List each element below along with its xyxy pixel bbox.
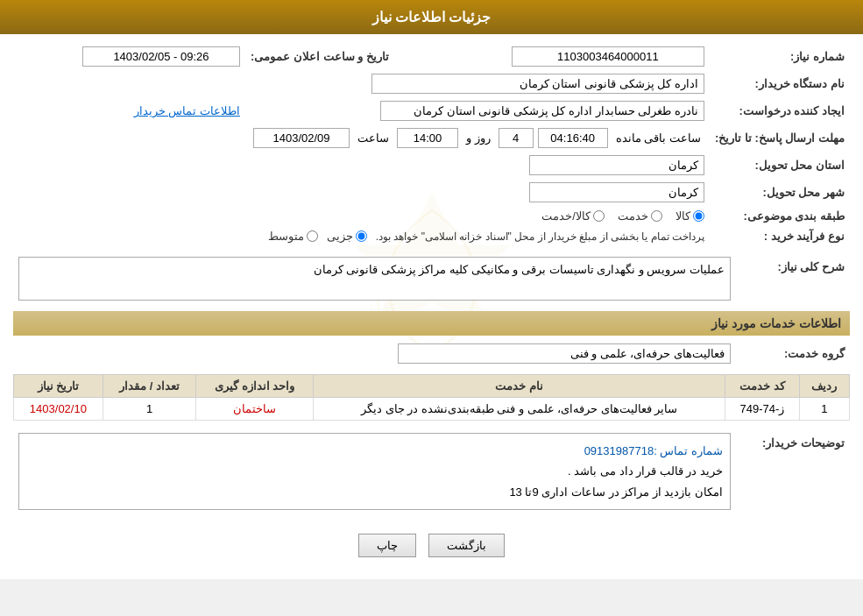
- jezyi-label: جزیی: [327, 230, 353, 243]
- kala-radio[interactable]: [693, 210, 704, 222]
- services-table: ردیف کد خدمت نام خدمت واحد اندازه گیری ت…: [13, 374, 850, 421]
- rooz-label: روز و: [466, 131, 491, 145]
- mohlat-label: مهلت ارسال پاسخ: تا تاریخ:: [710, 124, 850, 152]
- sharh-koli-section: شرح کلی نیاز: عملیات سرویس و نگهداری تاس…: [13, 253, 850, 304]
- ijad-konande-value: نادره طغرلی حسابدار اداره کل پزشکی قانون…: [245, 97, 710, 124]
- col-vahed: واحد اندازه گیری: [196, 375, 314, 398]
- grooh-khedmat-section: گروه خدمت: فعالیت‌های حرفه‌ای، علمی و فن…: [13, 340, 850, 367]
- motavasset-label: متوسط: [268, 230, 304, 243]
- farayand-notice: پرداخت تمام یا بخشی از مبلغ خریدار از مح…: [376, 230, 704, 243]
- jezyi-radio[interactable]: [356, 230, 367, 242]
- col-radif: ردیف: [799, 375, 849, 398]
- ostan-tahvil-label: استان محل تحویل:: [710, 152, 850, 179]
- jezyi-radio-item: جزیی: [327, 230, 367, 243]
- tawzihat-line3: امکان بازدید از مراکز در ساعات اداری 9تا…: [26, 482, 723, 502]
- tawzihat-line1: شماره تماس :09131987718: [26, 441, 723, 461]
- khedmat-radio-item: خدمت: [618, 209, 662, 223]
- back-button[interactable]: بازگشت: [428, 534, 505, 557]
- nam-dastgah-label: نام دستگاه خریدار:: [710, 70, 850, 97]
- announcement-date-value: 09:26 - 1403/02/05: [13, 43, 245, 70]
- kala-khedmat-radio[interactable]: [593, 210, 605, 222]
- table-row: 1ز-74-749سایر فعالیت‌های حرفه‌ای، علمی و…: [14, 398, 850, 421]
- shomara-niaz-input: 1103003464000011: [512, 46, 704, 67]
- kala-label: کالا: [676, 209, 690, 223]
- ettelaat-tamas-link[interactable]: اطلاعات تماس خریدار: [134, 104, 240, 117]
- ostan-tahvil-value: کرمان: [529, 155, 704, 175]
- mohlat-countdown: 04:16:40: [538, 128, 608, 148]
- khedmat-radio[interactable]: [651, 210, 662, 222]
- grooh-khedmat-label: گروه خدمت:: [736, 340, 850, 367]
- col-tedad: تعداد / مقدار: [103, 375, 195, 398]
- col-name: نام خدمت: [314, 375, 725, 398]
- ijad-konande-label: ایجاد کننده درخواست:: [710, 97, 850, 124]
- tawzihat-section: توضیحات خریدار: شماره تماس :09131987718 …: [13, 429, 850, 513]
- tabaqe-bandi-label: طبقه بندی موضوعی:: [710, 206, 850, 226]
- button-row: بازگشت چاپ: [13, 520, 850, 570]
- shomara-niaz-label: شماره نیاز:: [710, 43, 850, 70]
- tawzihat-value: شماره تماس :09131987718 خرید در قالب قرا…: [18, 433, 731, 510]
- tawzihat-label: توضیحات خریدار:: [736, 429, 850, 513]
- motavasset-radio[interactable]: [307, 230, 318, 242]
- kala-khedmat-radio-item: کالا/خدمت: [541, 209, 605, 223]
- shahr-tahvil-label: شهر محل تحویل:: [710, 179, 850, 206]
- nam-dastgah-value: اداره کل پزشکی قانونی استان کرمان: [13, 70, 710, 97]
- page-title: جزئیات اطلاعات نیاز: [0, 0, 863, 34]
- khedmat-label: خدمت: [618, 209, 648, 223]
- shomara-niaz-value: 1103003464000011: [429, 43, 710, 70]
- tawzihat-line2: خرید در قالب قرار داد می باشد .: [26, 461, 723, 481]
- services-section-header: اطلاعات خدمات مورد نیاز: [13, 311, 850, 336]
- nooe-farayand-label: نوع فرآیند خرید :: [710, 226, 850, 246]
- col-tarikh: تاریخ نیاز: [14, 375, 103, 398]
- grooh-khedmat-value: فعالیت‌های حرفه‌ای، علمی و فنی: [398, 343, 731, 364]
- mohlat-date: 1403/02/09: [253, 128, 350, 148]
- mohlat-rooz: 4: [499, 128, 534, 148]
- mohlat-saat: 14:00: [397, 128, 458, 148]
- kala-radio-item: کالا: [676, 209, 704, 223]
- announcement-date-label: تاریخ و ساعت اعلان عمومی:: [245, 43, 394, 70]
- countdown-label: ساعت باقی مانده: [616, 131, 701, 145]
- sharh-koli-label: شرح کلی نیاز:: [736, 253, 850, 304]
- tabaqe-radio-group: کالا/خدمت خدمت کالا: [18, 209, 704, 223]
- saat-label: ساعت: [357, 131, 389, 145]
- col-kod: کد خدمت: [725, 375, 799, 398]
- shahr-tahvil-value: کرمان: [529, 182, 704, 202]
- print-button[interactable]: چاپ: [358, 534, 416, 557]
- sharh-koli-value: عملیات سرویس و نگهداری تاسیسات برقی و مک…: [18, 257, 731, 301]
- farayand-radio-group: متوسط جزیی: [268, 230, 367, 243]
- motavasset-radio-item: متوسط: [268, 230, 318, 243]
- info-section: شماره نیاز: 1103003464000011 تاریخ و ساع…: [13, 43, 850, 246]
- kala-khedmat-label: کالا/خدمت: [541, 209, 591, 223]
